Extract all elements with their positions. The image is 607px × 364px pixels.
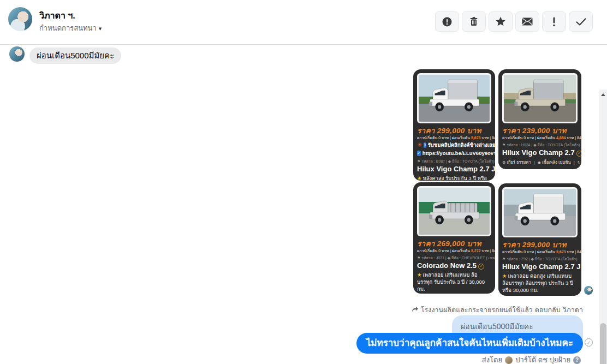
car-photo [417,186,491,236]
star-button[interactable] [489,11,513,32]
message-thread: ผ่อนเดือน5000มีมัยคะ ราคา 299,000 บาท ดา… [0,45,607,364]
seen-indicator-avatar [584,286,593,295]
help-icon[interactable]: ? [573,356,581,364]
reply-to-name: วิภาดา [563,305,583,315]
scrollbar-thumb[interactable] [600,323,606,364]
price-line: ราคา 239,000 บาท [502,126,578,135]
finance-line: ดาวน์เริ่มต้น 0 บาท | ผ่อนเริ่มต้น 5,673… [502,249,578,254]
fuel-icon: ◉ [538,160,541,164]
video-link-line[interactable]: ✓ https://youtu.be/ELuV60y9ovY ↓ [417,150,491,157]
conversation-schedule-dropdown[interactable]: กำหนดการสนทนา▾ [39,22,102,34]
sent-by-attribution: ส่งโดย ปาร์โต้ ดช ปุยฝ้าย ? [482,354,581,364]
sender-avatar[interactable] [9,46,25,62]
star-icon: ★ [502,273,507,279]
exclamation-icon [552,17,556,27]
price-line: ราคา 269,000 บาท [417,239,491,248]
asterisk-icon: ✳ [417,141,422,148]
delivered-check-icon: ✓ [585,338,593,347]
reply-source: โรงงานผลิตและกระจายรถยนต์ใช้แล้ว [421,305,533,315]
header-action-bar [435,11,593,32]
model-name: Hilux Vigo Champ 2.7✓ [502,148,578,157]
incoming-message-bubble[interactable]: ผ่อนเดือน5000มีมัยคะ [29,47,121,64]
car-listing-card[interactable]: ราคา 299,000 บาท ดาวน์เริ่มต้น 0 บาท | ผ… [498,183,581,296]
meta-line: ⚑ รหัสรถ : H034 | ◆ ยี่ห้อ : TOYOTA (โตโ… [502,142,578,147]
car-photo [502,73,578,123]
mark-unread-button[interactable] [515,11,539,32]
verified-badge-icon: ✓ [478,264,484,270]
finance-line: ดาวน์เริ่มต้น 0 บาท | ผ่อนเริ่มต้น 4,884… [502,135,578,140]
incoming-message-row: ผ่อนเดือน5000มีมัยคะ [9,46,121,64]
tag-icon: ⚑ [417,256,420,260]
agent-name[interactable]: ปาร์โต้ ดช ปุยฝ้าย [515,354,570,364]
year-icon: ↻ [578,160,581,164]
vertical-scrollbar[interactable] [599,89,607,364]
schedule-label: กำหนดการสนทนา [39,24,97,32]
meta-line: ⚑ รหัสรถ : B087 | ◆ ยี่ห้อ : TOYOTA (โตโ… [417,159,491,164]
car-icon: ◆ [533,143,536,147]
scroll-up-arrow-icon[interactable] [601,93,605,96]
conversation-header: วิภาดา ฯ. กำหนดการสนทนา▾ [0,0,607,45]
reply-context: โรงงานผลิตและกระจายรถยนต์ใช้แล้ว ตอบกลับ… [412,305,583,315]
envelope-icon [522,17,533,26]
check-box-icon: ✓ [417,151,421,156]
star-icon: ★ [417,272,422,278]
star-icon: ★ [417,175,422,181]
flag-important-button[interactable] [542,11,566,32]
delete-button[interactable] [462,11,486,32]
features-line: ★หลังคาสูง รับประกัน 3 ปี หรือ 30,000 กม… [417,175,491,181]
model-name: Hilux Vigo Champ 2.7 J✓ [502,262,578,271]
chevron-down-icon: ▾ [99,25,102,32]
verified-badge-icon: ✓ [576,151,581,157]
star-icon [495,16,506,27]
tag-icon: ⚑ [502,257,505,261]
check-icon [576,18,586,26]
car-photo [417,73,491,123]
outgoing-message-bubble[interactable]: ไม่ทราบว่าคุณลูกค้าสนใจคันไหนเพิ่มเติมบ้… [356,333,583,354]
promo-line: ✳ 1 รับชมคลิปคลิกลิงค์ข้างล่างเลยครับ [417,141,491,148]
model-name: Colorado New 2.5✓ [417,261,491,270]
contact-avatar[interactable] [8,7,32,31]
price-line: ราคา 299,000 บาท [502,240,578,249]
car-listing-card[interactable]: ราคา 269,000 บาท ดาวน์เริ่มต้น 0 บาท | ผ… [413,182,495,294]
car-listing-card[interactable]: ราคา 239,000 บาท ดาวน์เริ่มต้น 0 บาท | ผ… [498,69,581,169]
price-line: ราคา 299,000 บาท [417,126,491,135]
car-photo [502,187,578,237]
specs-line: ⚙ เกียร์ ธรรมดา | ◉ เชื้อเพลิง เบนซิน | … [502,160,578,165]
model-name: Hilux Vigo Champ 2.7 J✓ [417,165,491,174]
alert-circle-icon [442,16,453,27]
car-icon: ◆ [531,257,534,261]
finance-line: ดาวน์เริ่มต้น 0 บาท | ผ่อนเริ่มต้น 5,272… [417,248,491,253]
sent-by-label: ส่งโดย [482,354,502,364]
agent-avatar [505,356,513,364]
car-listing-card[interactable]: ราคา 299,000 บาท ดาวน์เริ่มต้น 0 บาท | ผ… [413,69,495,181]
reply-arrow-icon [412,306,419,314]
meta-line: ⚑ รหัสรถ : Z92 | ◆ ยี่ห้อ : TOYOTA (โตโย… [502,256,578,261]
car-icon: ◆ [448,159,451,163]
mark-done-button[interactable] [569,11,593,32]
tag-icon: ⚑ [502,143,505,147]
contact-name: วิภาดา ฯ. [39,9,75,22]
car-icon: ◆ [448,256,450,260]
reply-label: ตอบกลับ [535,305,561,315]
youtube-link: https://youtu.be/ELuV60y9ovY [422,150,495,157]
features-line: ★เพลาลอย คอกสูง เสริมแหนบ ล้อบรรทุก ล้อบ… [502,272,578,294]
meta-line: ⚑ รหัสรถ : J071 | ◆ ยี่ห้อ : CHEVROLET (… [417,255,491,260]
keycap-one-icon: 1 [424,142,426,148]
features-line: ★เพลาลอย เสริมแหนบ ล้อบรรทุก รับประกัน 3… [417,271,491,293]
tag-icon: ⚑ [417,159,420,163]
gear-icon: ⚙ [502,160,505,164]
trash-icon [469,16,479,27]
finance-line: ดาวน์เริ่มต้น 0 บาท | ผ่อนเริ่มต้น 5,673… [417,135,491,140]
report-button[interactable] [435,11,459,32]
